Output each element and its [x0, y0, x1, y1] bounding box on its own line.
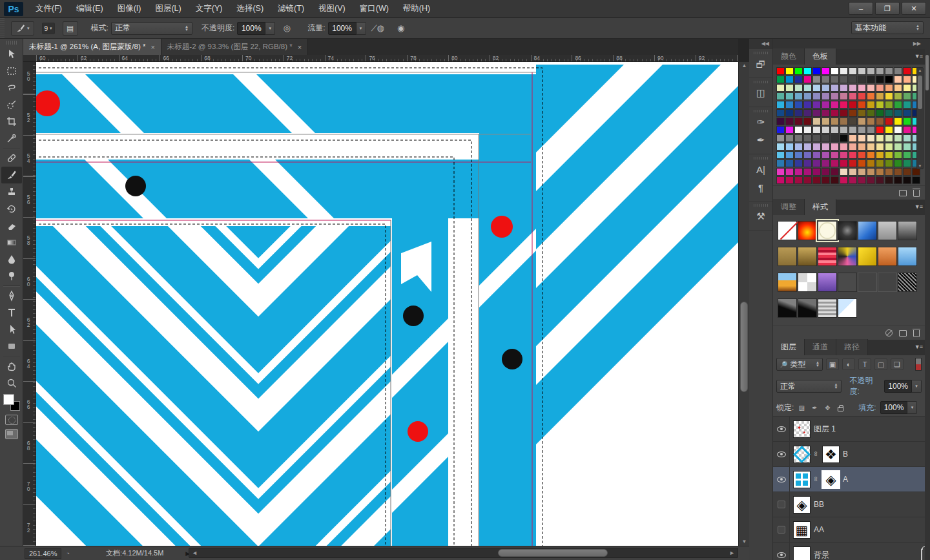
layer-visibility-toggle[interactable] — [773, 517, 790, 542]
color-swatch[interactable] — [822, 126, 830, 134]
scroll-up-icon[interactable]: ▲ — [739, 62, 750, 70]
color-swatch[interactable] — [776, 143, 785, 150]
properties-panel-icon[interactable]: ◫ — [752, 85, 770, 101]
color-swatch[interactable] — [831, 168, 839, 176]
color-swatch[interactable] — [885, 101, 893, 109]
canvas-vertical-scrollbar[interactable]: ▲ ▼ — [738, 62, 749, 546]
color-swatch[interactable] — [876, 168, 884, 176]
color-swatch[interactable] — [885, 76, 893, 83]
color-swatch[interactable] — [803, 118, 812, 125]
color-swatch[interactable] — [867, 160, 875, 167]
style-landscape[interactable] — [778, 273, 797, 292]
layer-name[interactable]: A — [843, 475, 848, 484]
style-black-v1[interactable] — [778, 298, 797, 318]
color-swatch[interactable] — [785, 67, 794, 75]
layer-row[interactable]: ∞❖B — [773, 442, 925, 467]
color-swatch[interactable] — [840, 84, 848, 92]
color-swatch[interactable] — [794, 109, 803, 117]
color-swatch[interactable] — [776, 109, 785, 117]
canvas-horizontal-scrollbar[interactable]: ◄ ► — [189, 548, 738, 558]
color-swatch[interactable] — [903, 134, 911, 142]
style-gold[interactable] — [858, 247, 877, 266]
move-tool[interactable] — [1, 46, 22, 63]
menu-item[interactable]: 文件(F) — [28, 0, 69, 18]
marquee-tool[interactable] — [1, 63, 22, 79]
opacity-dropdown-button[interactable]: ▾ — [265, 22, 275, 35]
style-silver-stripes[interactable] — [818, 298, 837, 318]
color-swatch[interactable] — [858, 67, 866, 75]
color-swatch[interactable] — [776, 126, 785, 134]
color-swatch[interactable] — [858, 126, 866, 134]
color-swatch[interactable] — [794, 168, 803, 176]
expand-panels-button[interactable]: ▶▶ — [773, 39, 925, 49]
color-swatch[interactable] — [803, 176, 812, 184]
color-swatch[interactable] — [822, 101, 830, 109]
layer-visibility-eye-icon[interactable] — [773, 467, 790, 492]
brush-size-picker[interactable]: 9 ▾ — [42, 23, 55, 34]
style-white-noise[interactable] — [798, 273, 817, 292]
color-swatch[interactable] — [812, 84, 821, 92]
zoom-tool[interactable] — [1, 375, 22, 391]
color-swatch[interactable] — [785, 151, 794, 159]
color-swatch[interactable] — [849, 168, 857, 176]
color-swatch[interactable] — [849, 84, 857, 92]
color-swatch[interactable] — [831, 84, 839, 92]
document-tab[interactable]: 未标题-1 @ 261% (A, 图层蒙版/8) *× — [23, 39, 161, 55]
color-swatch[interactable] — [812, 168, 821, 176]
style-gold-tan[interactable] — [798, 247, 817, 266]
color-swatch[interactable] — [803, 109, 812, 117]
canvas[interactable] — [36, 62, 738, 546]
color-swatch[interactable] — [776, 118, 785, 125]
panel-tab[interactable]: 调整 — [773, 199, 805, 215]
color-swatch[interactable] — [876, 118, 884, 125]
horizontal-ruler[interactable]: 6062646668707274767880828486889092 — [23, 55, 738, 62]
flow-value[interactable]: 100% — [328, 22, 356, 35]
color-swatch[interactable] — [876, 67, 884, 75]
menu-item[interactable]: 滤镜(T) — [271, 0, 311, 18]
mask-link-icon[interactable]: ∞ — [812, 477, 820, 482]
toggle-brush-panel-button[interactable]: ▤ — [63, 21, 78, 36]
color-swatch[interactable] — [785, 92, 794, 100]
color-swatch[interactable] — [794, 151, 803, 159]
panel-tab[interactable]: 颜色 — [773, 48, 805, 65]
brush-presets-panel-icon[interactable]: ✒ — [752, 132, 770, 149]
color-swatch[interactable] — [831, 126, 839, 134]
color-swatch[interactable] — [831, 101, 839, 109]
color-swatch[interactable] — [812, 160, 821, 167]
style-none[interactable] — [778, 221, 797, 240]
color-swatch[interactable] — [794, 176, 803, 184]
color-swatch[interactable] — [894, 109, 902, 117]
quick-select-tool[interactable] — [1, 96, 22, 113]
color-swatch[interactable] — [840, 118, 848, 125]
color-swatch[interactable] — [849, 151, 857, 159]
color-swatch[interactable] — [831, 67, 839, 75]
color-swatch[interactable] — [785, 143, 794, 150]
layer-row[interactable]: 背景 — [773, 543, 925, 560]
pressure-opacity-icon[interactable]: ◎ — [280, 23, 293, 34]
color-swatch[interactable] — [840, 92, 848, 100]
style-red-stripes[interactable] — [818, 247, 837, 266]
color-swatch[interactable] — [776, 84, 785, 92]
layer-name[interactable]: AA — [814, 525, 824, 534]
color-swatch[interactable] — [849, 92, 857, 100]
menu-item[interactable]: 图层(L) — [148, 0, 188, 18]
layer-mask-thumbnail[interactable]: ❖ — [822, 446, 840, 463]
type-tool[interactable] — [1, 304, 22, 321]
layer-thumbnail[interactable] — [793, 546, 811, 560]
menu-item[interactable]: 文字(Y) — [189, 0, 230, 18]
brush-panel-icon[interactable]: ✑ — [752, 114, 770, 130]
scroll-thumb[interactable] — [918, 76, 922, 109]
panel-menu-icon[interactable]: ▼≡ — [914, 203, 922, 210]
color-swatch[interactable] — [858, 151, 866, 159]
color-swatch[interactable] — [822, 176, 830, 184]
color-swatch[interactable] — [894, 143, 902, 150]
horizontal-scroll-thumb[interactable] — [498, 549, 608, 557]
color-swatch[interactable] — [858, 118, 866, 125]
style-sky[interactable] — [898, 247, 917, 266]
color-swatch[interactable] — [903, 92, 911, 100]
color-swatch[interactable] — [840, 143, 848, 150]
menu-item[interactable]: 图像(I) — [110, 0, 149, 18]
panel-tab[interactable]: 色板 — [805, 48, 836, 65]
stamp-tool[interactable] — [1, 183, 22, 200]
color-swatch[interactable] — [849, 118, 857, 125]
